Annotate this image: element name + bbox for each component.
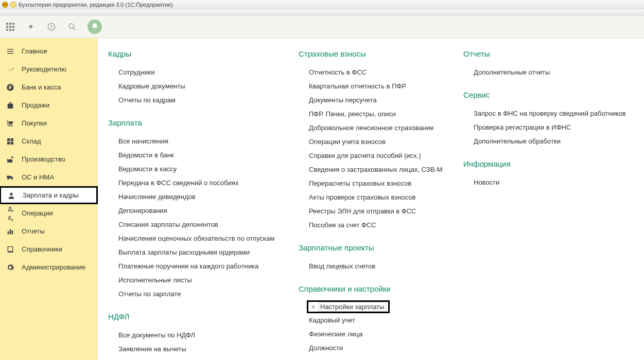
svg-rect-11: [7, 141, 10, 144]
section-link[interactable]: Перерасчеты страховых взносов: [299, 176, 453, 190]
apps-grid-icon[interactable]: [5, 22, 15, 32]
svg-point-8: [11, 125, 12, 127]
section-link[interactable]: Сведения о застрахованных лицах, СЗВ-М: [299, 163, 453, 176]
section-link[interactable]: Депонирования: [108, 204, 288, 218]
section-link[interactable]: Передача в ФСС сведений о пособиях: [108, 176, 288, 190]
svg-rect-9: [7, 138, 10, 141]
section-link[interactable]: Акты проверок страховых взносов: [299, 190, 453, 204]
notifications-bell-icon[interactable]: [88, 20, 102, 34]
nav-label: Главное: [22, 47, 47, 55]
section-header[interactable]: Кадры: [108, 49, 288, 58]
tab-strip: [0, 9, 644, 15]
section-link[interactable]: Сотрудники: [108, 65, 288, 79]
section-header[interactable]: Страховые взносы: [299, 49, 453, 58]
section-link[interactable]: Проверка регистрации в ИФНС: [463, 120, 628, 134]
content-area: КадрыСотрудникиКадровые документыОтчеты …: [98, 38, 644, 360]
section-link[interactable]: Должности: [299, 341, 453, 355]
nav-item-bars[interactable]: Отчеты: [0, 222, 97, 240]
section-link[interactable]: Начисление дивидендов: [108, 190, 288, 204]
nav-item-menu[interactable]: Главное: [0, 42, 97, 60]
nav-label: Руководителю: [22, 65, 66, 73]
window-title: Бухгалтерия предприятия, редакция 3.0 (1…: [19, 2, 173, 8]
trend-icon: [6, 65, 15, 74]
section-header[interactable]: Сервис: [463, 91, 628, 99]
person-icon: [7, 191, 16, 200]
nav-item-trend[interactable]: Руководителю: [0, 60, 97, 78]
star-icon: ★: [310, 303, 317, 311]
section-link[interactable]: Платежные поручения на каждого работника: [108, 259, 288, 273]
book-icon: [6, 245, 15, 254]
svg-rect-4: [7, 53, 13, 53]
section-link[interactable]: Все документы по НДФЛ: [108, 328, 288, 342]
section-link[interactable]: Физические лица: [299, 327, 453, 341]
nav-item-factory[interactable]: Производство: [0, 150, 97, 168]
section-link[interactable]: Пособия за счет ФСС: [299, 218, 453, 232]
nav-item-gear[interactable]: Администрирование: [0, 258, 97, 276]
highlighted-link[interactable]: ★Настройки зарплаты: [307, 300, 390, 313]
section-header[interactable]: Информация: [463, 159, 628, 168]
link-label: Настройки зарплаты: [319, 302, 386, 312]
svg-point-1: [69, 24, 74, 28]
section-link[interactable]: Ввод лицевых счетов: [299, 259, 453, 273]
section-header[interactable]: Зарплата: [108, 118, 288, 127]
ruble-icon: ₽: [6, 83, 15, 92]
section-link[interactable]: Реестры ЭЛН для отправки в ФСС: [299, 204, 453, 218]
section-link[interactable]: Справки для расчета пособий (исх.): [299, 149, 453, 163]
section-link[interactable]: Выплата зарплаты расходными ордерами: [108, 245, 288, 259]
section-link[interactable]: Ведомости в кассу: [108, 162, 288, 176]
favorites-star-icon[interactable]: ★: [26, 22, 36, 32]
svg-rect-10: [11, 138, 13, 141]
section-link[interactable]: Кадровый учет: [299, 313, 453, 327]
section-link[interactable]: Все начисления: [108, 134, 288, 148]
section-link[interactable]: Документы персучета: [299, 93, 453, 107]
section-link[interactable]: Дополнительные отчеты: [463, 65, 628, 79]
svg-rect-18: [12, 230, 13, 234]
section-link[interactable]: Начисления оценочных обязательств по отп…: [108, 231, 288, 245]
section-link[interactable]: Новости: [463, 175, 628, 189]
section-link[interactable]: Запрос в ФНС на проверку сведений работн…: [463, 106, 628, 120]
nav-item-cart[interactable]: Покупки: [0, 114, 97, 132]
column-1: КадрыСотрудникиКадровые документыОтчеты …: [103, 45, 293, 360]
section-header[interactable]: Зарплатные проекты: [299, 243, 453, 252]
svg-point-7: [9, 125, 10, 127]
nav-item-blocks[interactable]: Склад: [0, 132, 97, 150]
svg-rect-17: [10, 229, 11, 234]
nav-item-ruble[interactable]: ₽Банк и касса: [0, 78, 97, 96]
section-link[interactable]: Ведомости в банк: [108, 148, 288, 162]
section-header[interactable]: НДФЛ: [108, 312, 288, 321]
section-link[interactable]: Квартальная отчетность в ПФР: [299, 79, 453, 93]
svg-rect-3: [7, 51, 13, 51]
section-header[interactable]: Отчеты: [463, 49, 628, 58]
section-link[interactable]: Добровольное пенсионное страхование: [299, 121, 453, 135]
cart-icon: [6, 119, 15, 128]
nav-label: Склад: [22, 137, 41, 145]
svg-rect-16: [8, 231, 9, 234]
section-link[interactable]: Отчеты по зарплате: [108, 287, 288, 301]
column-3: ОтчетыДополнительные отчетыСервисЗапрос …: [458, 45, 633, 360]
titlebar-dropdown-icon[interactable]: [10, 2, 16, 8]
section-header[interactable]: Справочники и настройки: [299, 284, 453, 293]
section-link[interactable]: Дополнительные обработки: [463, 134, 628, 148]
section-link[interactable]: ПФР. Пачки, реестры, описи: [299, 107, 453, 121]
section-link[interactable]: Операции учета взносов: [299, 135, 453, 149]
dtdk-icon: ДтКт: [6, 204, 15, 222]
history-icon[interactable]: [46, 22, 57, 32]
nav-item-book[interactable]: Справочники: [0, 240, 97, 258]
section-link[interactable]: Отчетность в ФСС: [299, 65, 453, 79]
menu-icon: [6, 47, 15, 56]
svg-point-14: [11, 178, 13, 180]
nav-item-dtdk[interactable]: ДтКтОперации: [0, 204, 97, 222]
section-link[interactable]: Заявления на вычеты: [108, 342, 288, 356]
section-link[interactable]: Списания зарплаты депонентов: [108, 218, 288, 231]
section-link[interactable]: Исполнительные листы: [108, 273, 288, 287]
nav-item-person[interactable]: Зарплата и кадры: [0, 186, 98, 204]
section-link[interactable]: Кадровые документы: [108, 79, 288, 93]
nav-item-truck[interactable]: ОС и НМА: [0, 168, 97, 186]
nav-item-bag[interactable]: Продажи: [0, 96, 97, 114]
bars-icon: [6, 227, 15, 236]
window-titlebar: 1c Бухгалтерия предприятия, редакция 3.0…: [0, 0, 644, 9]
search-icon[interactable]: [67, 22, 77, 32]
nav-label: Покупки: [22, 119, 47, 127]
svg-point-13: [8, 178, 9, 180]
section-link[interactable]: Отчеты по кадрам: [108, 93, 288, 107]
